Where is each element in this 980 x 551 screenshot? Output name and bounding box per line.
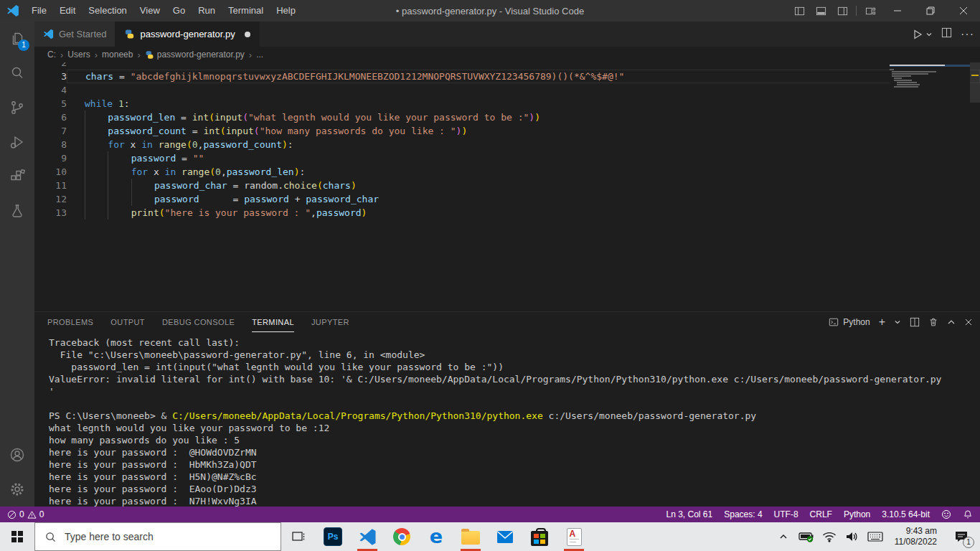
panel-tab-jupyter[interactable]: JUPYTER: [311, 313, 349, 332]
customize-layout-icon[interactable]: [859, 0, 881, 22]
source-control-icon[interactable]: [0, 90, 34, 125]
minimap[interactable]: [890, 62, 970, 311]
taskbar-mail[interactable]: [488, 522, 522, 551]
panel-tab-terminal[interactable]: TERMINAL: [252, 313, 294, 332]
line-number: 8: [34, 138, 67, 151]
maximize-panel-icon[interactable]: [947, 318, 956, 326]
code-line-3[interactable]: 3chars = "abcdefghijklmnopqrstuvwxyzABCD…: [34, 70, 980, 83]
battery-icon[interactable]: [797, 522, 816, 551]
menu-view[interactable]: View: [133, 0, 166, 22]
taskbar-edge[interactable]: e: [419, 522, 453, 551]
action-center-button[interactable]: 1: [947, 522, 976, 551]
menu-selection[interactable]: Selection: [82, 0, 133, 22]
tab-password-generator[interactable]: password-generator.py: [116, 22, 259, 47]
status-language[interactable]: Python: [844, 509, 870, 519]
split-terminal-icon[interactable]: [910, 317, 920, 327]
close-panel-icon[interactable]: [964, 318, 973, 326]
menu-go[interactable]: Go: [166, 0, 192, 22]
more-actions-icon[interactable]: ···: [961, 28, 974, 41]
settings-gear-icon[interactable]: [0, 472, 34, 507]
wifi-icon[interactable]: [820, 522, 839, 551]
run-python-file-icon[interactable]: [912, 29, 933, 40]
vscode-tab-icon: [43, 29, 54, 39]
tab-get-started[interactable]: Get Started: [34, 22, 116, 47]
code-line-13[interactable]: 13 print("here is your password : ",pass…: [34, 206, 980, 220]
menu-help[interactable]: Help: [270, 0, 302, 22]
taskbar-store[interactable]: [522, 522, 557, 551]
taskbar-photoshop[interactable]: Ps: [316, 522, 350, 551]
code-line-12[interactable]: 12 password = password + password_char: [34, 192, 980, 206]
editor-scrollbar[interactable]: [970, 62, 980, 311]
minimize-button[interactable]: [881, 0, 914, 22]
status-encoding[interactable]: UTF-8: [774, 509, 798, 519]
breadcrumb-item[interactable]: moneeb: [102, 50, 133, 60]
status-line-col[interactable]: Ln 3, Col 61: [666, 509, 712, 519]
code-line-10[interactable]: 10 for x in range(0,password_len):: [34, 165, 980, 179]
panel-tab-problems[interactable]: PROBLEMS: [47, 313, 93, 332]
code-line-5[interactable]: 5while 1:: [34, 97, 980, 110]
run-debug-icon[interactable]: [0, 125, 34, 159]
code-text: [67, 83, 980, 97]
bottom-panel: PROBLEMSOUTPUTDEBUG CONSOLETERMINALJUPYT…: [34, 311, 980, 507]
search-icon[interactable]: [0, 56, 34, 90]
panel-tab-output[interactable]: OUTPUT: [110, 313, 145, 332]
terminal-dropdown-icon[interactable]: [894, 319, 901, 326]
code-line-11[interactable]: 11 password_char = random.choice(chars): [34, 179, 980, 192]
status-indentation[interactable]: Spaces: 4: [724, 509, 762, 519]
taskbar-document-app[interactable]: A: [557, 522, 591, 551]
task-view-button[interactable]: [281, 522, 316, 551]
code-text: password_len = int(input("what legnth wo…: [67, 110, 980, 124]
scrollbar-slider[interactable]: [970, 62, 980, 103]
terminal-shell-selector[interactable]: Python: [829, 317, 870, 327]
code-line-6[interactable]: 6 password_len = int(input("what legnth …: [34, 110, 980, 124]
breadcrumb-item[interactable]: Users: [67, 50, 90, 60]
restore-button[interactable]: [914, 0, 947, 22]
activity-bar: 1: [0, 22, 34, 507]
breadcrumb-item[interactable]: C:: [47, 50, 56, 60]
code-line-9[interactable]: 9 password = "": [34, 151, 980, 165]
testing-icon[interactable]: [0, 194, 34, 228]
toggle-panel-icon[interactable]: [810, 0, 831, 22]
code-line-2[interactable]: 2: [34, 62, 980, 70]
accounts-icon[interactable]: [0, 438, 34, 472]
status-python-interpreter[interactable]: 3.10.5 64-bit: [882, 509, 930, 519]
volume-icon[interactable]: [843, 522, 862, 551]
explorer-icon[interactable]: 1: [0, 22, 34, 56]
menu-terminal[interactable]: Terminal: [222, 0, 270, 22]
code-editor[interactable]: 23chars = "abcdefghijklmnopqrstuvwxyzABC…: [34, 62, 980, 311]
line-number: 2: [34, 62, 67, 70]
taskbar-file-explorer[interactable]: [453, 522, 488, 551]
feedback-icon[interactable]: [941, 509, 951, 519]
breadcrumb-item[interactable]: ...: [256, 50, 263, 60]
menu-edit[interactable]: Edit: [53, 0, 82, 22]
tray-chevron-up-icon[interactable]: [774, 522, 793, 551]
file-explorer-icon: [461, 531, 480, 545]
modified-dot-icon[interactable]: [245, 32, 250, 37]
menu-file[interactable]: File: [25, 0, 53, 22]
code-line-8[interactable]: 8 for x in range(0,password_count):: [34, 138, 980, 151]
breadcrumb-item[interactable]: password-generator.py: [157, 50, 245, 60]
new-terminal-icon[interactable]: +: [879, 316, 885, 329]
line-number: 4: [34, 83, 67, 97]
taskbar-search-box[interactable]: Type here to search: [34, 522, 281, 551]
kill-terminal-trash-icon[interactable]: [928, 317, 938, 327]
code-line-7[interactable]: 7 password_count = int(input("how many p…: [34, 124, 980, 138]
line-number: 12: [34, 192, 67, 206]
notifications-bell-icon[interactable]: [963, 509, 973, 519]
close-button[interactable]: [947, 0, 980, 22]
split-editor-icon[interactable]: [941, 27, 952, 41]
toggle-secondary-sidebar-icon[interactable]: [831, 0, 853, 22]
menu-run[interactable]: Run: [192, 0, 222, 22]
extensions-icon[interactable]: [0, 159, 34, 194]
start-button[interactable]: [0, 522, 34, 551]
code-line-4[interactable]: 4: [34, 83, 980, 97]
taskbar-vscode[interactable]: [350, 522, 385, 551]
touch-keyboard-icon[interactable]: [866, 522, 885, 551]
toggle-sidebar-icon[interactable]: [788, 0, 810, 22]
taskbar-clock[interactable]: 9:43 am 11/08/2022: [889, 526, 943, 547]
problems-status[interactable]: 0 0: [7, 509, 44, 519]
taskbar-chrome[interactable]: [385, 522, 419, 551]
status-eol[interactable]: CRLF: [810, 509, 832, 519]
panel-tab-debug-console[interactable]: DEBUG CONSOLE: [162, 313, 235, 332]
terminal-output[interactable]: Traceback (most recent call last): File …: [34, 332, 980, 507]
